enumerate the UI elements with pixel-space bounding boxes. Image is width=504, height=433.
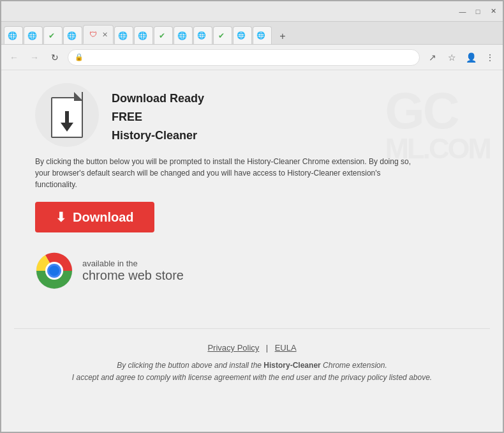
chrome-store-text: available in the chrome web store	[82, 259, 184, 283]
browser-frame: — □ ✕ 🌐 🌐 ✔ 🌐 🛡 ✕ 🌐	[0, 0, 504, 433]
content-card: Download Ready FREE History-Cleaner By c…	[35, 83, 469, 309]
tab-6[interactable]: 🌐	[114, 26, 133, 44]
reload-button[interactable]: ↻	[47, 50, 63, 65]
tab-2[interactable]: 🌐	[24, 26, 43, 44]
chrome-store-section: available in the chrome web store	[35, 252, 184, 290]
address-bar: ← → ↻ 🔒 ↗ ☆ 👤 ⋮	[1, 45, 503, 70]
tab-8-icon: ✔	[158, 31, 167, 40]
page-content: GC ML.COM	[1, 70, 503, 432]
footer-section: Privacy Policy | EULA By clicking the bu…	[14, 328, 490, 384]
tab-4[interactable]: 🌐	[63, 26, 82, 44]
address-actions: ↗ ☆ 👤 ⋮	[425, 50, 498, 65]
tab-12[interactable]: 🌐	[233, 26, 252, 44]
tab-11-icon: ✔	[217, 31, 226, 40]
tab-bar: 🌐 🌐 ✔ 🌐 🛡 ✕ 🌐 🌐 ✔	[1, 22, 503, 45]
footer-agreement-text: I accept and agree to comply with licens…	[72, 373, 432, 382]
footer-disclaimer: By clicking the button above and install…	[14, 360, 490, 384]
share-button[interactable]: ↗	[425, 50, 440, 65]
footer-separator: |	[266, 343, 268, 353]
tab-1[interactable]: 🌐	[4, 26, 23, 44]
description-text: By clicking the button below you will be…	[35, 156, 418, 190]
tab-6-icon: 🌐	[118, 31, 127, 40]
chrome-logo	[35, 252, 73, 290]
title-bar-controls: — □ ✕	[458, 7, 498, 16]
tab-9[interactable]: 🌐	[174, 26, 193, 44]
product-section: Download Ready FREE History-Cleaner	[35, 83, 469, 147]
tab-2-icon: 🌐	[27, 31, 36, 40]
tab-7[interactable]: 🌐	[134, 26, 153, 44]
download-btn-label: Download	[73, 210, 134, 225]
maximize-button[interactable]: □	[473, 7, 482, 16]
footer-links: Privacy Policy | EULA	[14, 342, 490, 353]
tab-12-icon: 🌐	[237, 31, 246, 40]
close-button[interactable]: ✕	[489, 7, 498, 16]
menu-button[interactable]: ⋮	[482, 50, 498, 65]
title-bar: — □ ✕	[1, 1, 503, 22]
tab-8[interactable]: ✔	[154, 26, 173, 44]
product-title-line2: FREE	[112, 108, 204, 126]
tab-close-icon[interactable]: ✕	[102, 31, 108, 39]
tab-11[interactable]: ✔	[213, 26, 232, 44]
file-icon-wrapper	[35, 83, 99, 147]
chrome-web-store-label: chrome web store	[82, 268, 184, 283]
product-name-bold: History-Cleaner	[263, 361, 320, 370]
tab-4-icon: 🌐	[67, 31, 76, 40]
download-button[interactable]: ⬇ Download	[35, 202, 154, 232]
tab-1-icon: 🌐	[8, 31, 17, 40]
product-title-line1: Download Ready	[112, 89, 204, 108]
tab-3[interactable]: ✔	[43, 26, 63, 44]
available-in-label: available in the	[82, 259, 184, 268]
tab-13-icon: 🌐	[256, 31, 265, 40]
new-tab-button[interactable]: +	[275, 29, 290, 44]
tab-10[interactable]: 🌐	[193, 26, 212, 44]
privacy-policy-link[interactable]: Privacy Policy	[207, 343, 259, 353]
back-button[interactable]: ←	[6, 50, 22, 65]
bookmark-button[interactable]: ☆	[444, 50, 459, 65]
minimize-button[interactable]: —	[458, 7, 467, 16]
account-button[interactable]: 👤	[463, 50, 478, 65]
tab-active[interactable]: 🛡 ✕	[83, 25, 114, 44]
tab-3-icon: ✔	[47, 31, 56, 40]
download-arrow-icon	[61, 111, 73, 132]
file-icon	[47, 92, 87, 138]
tabs-container: 🌐 🌐 ✔ 🌐 🛡 ✕ 🌐 🌐 ✔	[4, 25, 500, 44]
tab-9-icon: 🌐	[177, 31, 186, 40]
download-btn-icon: ⬇	[56, 209, 66, 225]
svg-point-3	[49, 266, 59, 276]
tab-active-icon: 🛡	[89, 30, 98, 39]
tab-10-icon: 🌐	[197, 31, 206, 40]
eula-link[interactable]: EULA	[275, 343, 297, 353]
product-title-line3: History-Cleaner	[112, 126, 204, 145]
lock-icon: 🔒	[75, 53, 84, 61]
forward-button[interactable]: →	[27, 50, 42, 65]
tab-13[interactable]: 🌐	[253, 26, 272, 44]
tab-7-icon: 🌐	[138, 31, 147, 40]
address-input[interactable]: 🔒	[68, 49, 420, 66]
product-info: Download Ready FREE History-Cleaner	[112, 83, 204, 144]
file-icon-corner	[74, 92, 83, 101]
